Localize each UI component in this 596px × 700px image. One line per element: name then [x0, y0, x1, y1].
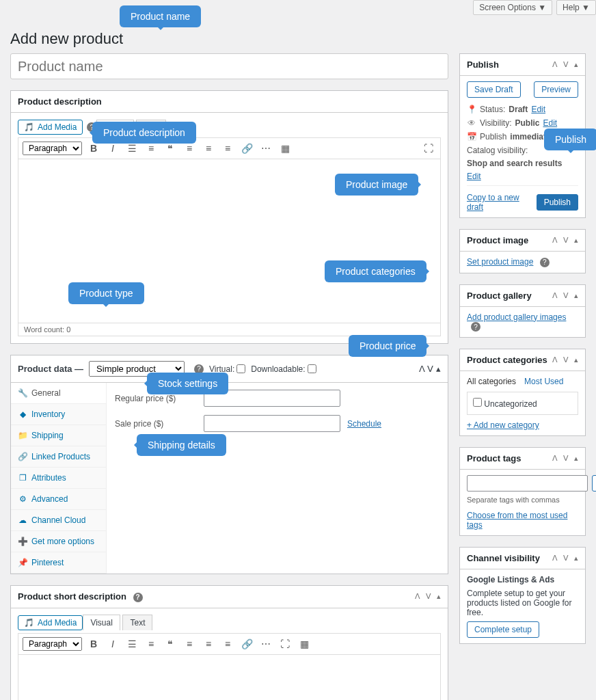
list-ol-icon[interactable]: ≡ [144, 141, 159, 156]
category-checkbox[interactable] [473, 398, 482, 407]
chevron-down-icon[interactable]: ᐯ [427, 364, 433, 374]
tab-general[interactable]: 🔧General [11, 383, 106, 404]
caret-up-icon[interactable]: ▴ [574, 554, 578, 563]
caret-up-icon[interactable]: ▴ [437, 592, 441, 601]
italic-icon[interactable]: I [105, 636, 120, 651]
bold-icon[interactable]: B [86, 636, 101, 651]
more-icon[interactable]: ⋯ [258, 636, 273, 651]
align-center-icon[interactable]: ≡ [201, 141, 216, 156]
product-name-input[interactable] [10, 53, 448, 79]
chevron-down-icon[interactable]: ᐯ [563, 554, 569, 563]
list-ol-icon[interactable]: ≡ [144, 636, 159, 651]
chevron-up-icon[interactable]: ᐱ [415, 592, 420, 601]
tab-all-categories[interactable]: All categories [467, 377, 516, 386]
caret-up-icon[interactable]: ▴ [574, 454, 578, 463]
copy-draft-link[interactable]: Copy to a new draft [467, 193, 537, 212]
chevron-down-icon[interactable]: ᐯ [563, 454, 569, 463]
tab-advanced[interactable]: ⚙Advanced [11, 489, 106, 510]
edit-status-link[interactable]: Edit [531, 105, 545, 114]
choose-tags-link[interactable]: Choose from the most used tags [467, 511, 567, 530]
chevron-up-icon[interactable]: ᐱ [419, 364, 425, 374]
help-icon[interactable]: ? [194, 364, 204, 374]
downloadable-checkbox[interactable] [308, 364, 316, 373]
tag-input[interactable] [467, 475, 588, 492]
fullscreen-icon[interactable]: ⛶ [277, 636, 293, 651]
help-icon[interactable]: ? [87, 122, 96, 132]
chevron-up-icon[interactable]: ᐱ [552, 291, 558, 300]
caret-up-icon[interactable]: ▴ [574, 236, 578, 245]
more-icon[interactable]: ⋯ [258, 141, 273, 156]
chevron-down-icon[interactable]: ᐯ [563, 236, 569, 245]
edit-date-link[interactable]: Edit [561, 132, 575, 142]
caret-up-icon[interactable]: ▴ [574, 355, 578, 364]
bold-icon[interactable]: B [86, 141, 101, 156]
sale-price-input[interactable] [204, 415, 340, 432]
quote-icon[interactable]: ❝ [163, 636, 178, 651]
tab-visual[interactable]: Visual [83, 615, 120, 630]
chevron-up-icon[interactable]: ᐱ [552, 355, 558, 364]
link-icon[interactable]: 🔗 [239, 141, 254, 156]
schedule-link[interactable]: Schedule [347, 419, 381, 429]
paragraph-select[interactable]: Paragraph [23, 637, 82, 651]
toolbar-toggle-icon[interactable]: ▦ [297, 636, 312, 651]
add-gallery-link[interactable]: Add product gallery images [467, 312, 566, 322]
list-ul-icon[interactable]: ☰ [124, 141, 139, 156]
toolbar-toggle-icon[interactable]: ▦ [277, 141, 293, 156]
italic-icon[interactable]: I [105, 141, 120, 156]
caret-up-icon[interactable]: ▴ [574, 291, 578, 300]
complete-setup-button[interactable]: Complete setup [467, 621, 539, 638]
chevron-up-icon[interactable]: ᐱ [552, 554, 558, 563]
tab-text[interactable]: Text [122, 615, 152, 630]
tab-text[interactable]: Text [136, 120, 166, 135]
align-center-icon[interactable]: ≡ [201, 636, 216, 651]
tab-most-used[interactable]: Most Used [524, 377, 563, 386]
align-right-icon[interactable]: ≡ [220, 141, 235, 156]
tab-channel-cloud[interactable]: ☁Channel Cloud [11, 510, 106, 531]
product-type-select[interactable]: Simple product [89, 361, 185, 377]
regular-price-input[interactable] [204, 390, 340, 407]
help-icon[interactable]: ? [133, 593, 143, 602]
chevron-up-icon[interactable]: ᐱ [552, 60, 558, 69]
tab-linked-products[interactable]: 🔗Linked Products [11, 446, 106, 468]
help-icon[interactable]: ? [471, 322, 480, 332]
chevron-down-icon[interactable]: ᐯ [563, 60, 569, 69]
tab-shipping[interactable]: 📁Shipping [11, 425, 106, 446]
chevron-down-icon[interactable]: ᐯ [426, 592, 431, 601]
chevron-down-icon[interactable]: ᐯ [563, 355, 569, 364]
tab-get-more[interactable]: ➕Get more options [11, 531, 106, 552]
align-right-icon[interactable]: ≡ [220, 636, 235, 651]
tab-inventory[interactable]: ◆Inventory [11, 404, 106, 425]
screen-options-button[interactable]: Screen Options ▼ [473, 0, 552, 15]
preview-button[interactable]: Preview [534, 81, 578, 98]
link-icon[interactable]: 🔗 [239, 636, 254, 651]
edit-catalog-link[interactable]: Edit [467, 172, 481, 181]
help-icon[interactable]: ? [540, 258, 550, 267]
fullscreen-icon[interactable]: ⛶ [421, 141, 436, 156]
add-media-button[interactable]: 🎵 Add Media [18, 615, 83, 630]
save-draft-button[interactable]: Save Draft [467, 81, 521, 98]
add-tag-button[interactable]: Add [592, 475, 596, 492]
category-item[interactable]: Uncategorized [473, 399, 537, 409]
virtual-checkbox[interactable] [236, 364, 245, 373]
tab-pinterest[interactable]: 📌Pinterest [11, 552, 106, 574]
quote-icon[interactable]: ❝ [163, 141, 178, 156]
chevron-up-icon[interactable]: ᐱ [552, 454, 558, 463]
publish-button[interactable]: Publish [537, 194, 578, 211]
paragraph-select[interactable]: Paragraph [23, 142, 82, 155]
short-description-editor[interactable] [18, 655, 441, 701]
list-ul-icon[interactable]: ☰ [124, 636, 139, 651]
add-media-button[interactable]: 🎵 Add Media [18, 120, 83, 135]
tab-attributes[interactable]: ❐Attributes [11, 468, 106, 489]
set-product-image-link[interactable]: Set product image [467, 257, 533, 267]
chevron-down-icon[interactable]: ᐯ [563, 291, 569, 300]
edit-visibility-link[interactable]: Edit [543, 118, 557, 128]
align-left-icon[interactable]: ≡ [182, 141, 197, 156]
align-left-icon[interactable]: ≡ [182, 636, 197, 651]
tab-visual[interactable]: Visual [96, 120, 133, 135]
description-editor[interactable] [18, 159, 441, 323]
help-button[interactable]: Help ▼ [556, 0, 596, 15]
chevron-up-icon[interactable]: ᐱ [552, 236, 558, 245]
add-category-link[interactable]: + Add new category [467, 420, 539, 430]
caret-up-icon[interactable]: ▴ [436, 364, 441, 374]
caret-up-icon[interactable]: ▴ [574, 60, 578, 69]
